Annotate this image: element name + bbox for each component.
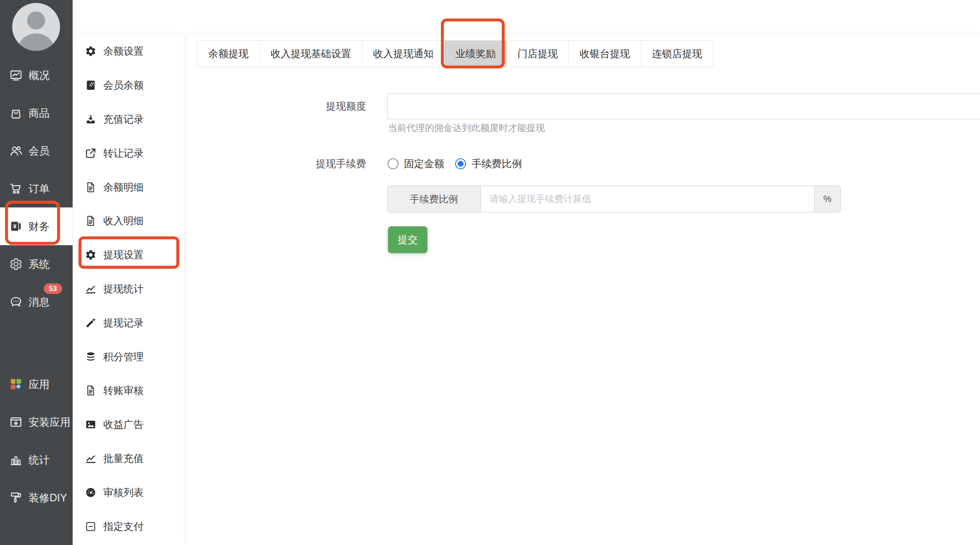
file-icon — [85, 215, 97, 227]
app: { "colors": { "sidebar_bg": "#45484a", "… — [0, 0, 980, 545]
sidebar-item-label: 安装应用 — [29, 415, 71, 429]
submenu-item-recharge-records[interactable]: 充值记录 — [74, 102, 186, 136]
radio-unchecked-icon[interactable] — [388, 158, 398, 169]
submenu-item-income-ads[interactable]: 收益广告 — [74, 408, 186, 442]
submenu-item-label: 转账审核 — [103, 384, 144, 397]
submenu-item-transfer-records[interactable]: 转让记录 — [74, 136, 186, 170]
coins-icon — [85, 351, 97, 363]
gauge-icon — [85, 487, 97, 498]
sidebar-item-decorate-diy[interactable]: 装修DIY — [0, 479, 73, 516]
stats-icon — [9, 453, 23, 466]
sidebar-item-stats[interactable]: 统计 — [0, 441, 73, 479]
external-icon — [85, 147, 97, 159]
sidebar-item-label: 商品 — [29, 106, 50, 120]
submenu-item-withdraw-settings[interactable]: 提现设置 — [74, 238, 186, 272]
fee-type-radio-group: 固定金额手续费比例 — [388, 155, 533, 172]
submenu-item-label: 批量充值 — [103, 452, 144, 465]
sidebar-item-label: 统计 — [29, 453, 50, 467]
submenu-item-label: 转让记录 — [103, 147, 144, 160]
tab-performance-bonus[interactable]: 业绩奖励 — [444, 41, 506, 67]
submenu-item-designated-payment[interactable]: 指定支付 — [74, 509, 186, 543]
tab-income-withdraw-notice[interactable]: 收入提现通知 — [362, 41, 444, 67]
sidebar-item-messages[interactable]: 消息53 — [0, 283, 73, 321]
sidebar-item-finance[interactable]: ¥财务 — [0, 207, 73, 245]
person-silhouette-icon — [12, 3, 60, 51]
apps-icon — [9, 377, 23, 391]
dark-sidebar: 概况商品会员订单¥财务系统消息53应用安装应用统计装修DIY — [0, 0, 73, 545]
content-panel: 余额提现收入提现基础设置收入提现通知业绩奖励门店提现收银台提现连锁店提现 提现额… — [186, 34, 980, 545]
sidebar-item-goods[interactable]: 商品 — [0, 94, 73, 132]
submenu-item-member-balance[interactable]: 会员余额 — [74, 68, 186, 102]
goods-icon — [9, 106, 23, 120]
members-icon — [9, 144, 23, 157]
submenu-item-label: 审核列表 — [103, 486, 144, 499]
tab-income-withdraw-basic[interactable]: 收入提现基础设置 — [259, 41, 362, 67]
sidebar-item-apps[interactable]: 应用 — [0, 365, 73, 403]
sidebar-item-system[interactable]: 系统 — [0, 245, 73, 283]
tab-balance-withdraw[interactable]: 余额提现 — [197, 41, 259, 67]
sidebar-item-label: 应用 — [29, 377, 50, 391]
sidebar-item-install-app[interactable]: 安装应用 — [0, 403, 73, 441]
sidebar-item-label: 订单 — [29, 182, 50, 196]
sidebar-item-orders[interactable]: 订单 — [0, 170, 73, 207]
file-icon — [85, 181, 97, 193]
tab-cashier-withdraw[interactable]: 收银台提现 — [569, 41, 641, 67]
system-icon — [9, 257, 23, 271]
gear-icon — [85, 45, 97, 57]
fee-rate-input[interactable] — [481, 186, 814, 212]
download-icon — [85, 113, 97, 125]
submenu-item-label: 收益广告 — [103, 418, 144, 431]
sidebar-item-members[interactable]: 会员 — [0, 132, 73, 170]
sidebar-item-label: 消息 — [29, 295, 50, 309]
radio-checked-icon[interactable] — [455, 158, 466, 169]
sidebar-item-label: 装修DIY — [29, 491, 67, 505]
svg-text:¥: ¥ — [13, 223, 16, 230]
fee-type-option-fee-percent[interactable]: 手续费比例 — [455, 157, 522, 170]
pencil-icon — [85, 317, 97, 329]
submenu-item-balance-details[interactable]: 余额明细 — [74, 170, 186, 204]
fee-rate-addon-label: 手续费比例 — [388, 186, 481, 212]
image-icon — [85, 419, 97, 430]
submenu-item-label: 余额明细 — [103, 181, 144, 194]
sidebar-item-label: 会员 — [29, 144, 50, 158]
install-icon — [9, 415, 23, 429]
submenu-item-audit-list[interactable]: 审核列表 — [74, 475, 186, 509]
submenu-item-withdraw-stats[interactable]: 提现统计 — [74, 272, 186, 306]
submenu-panel: 余额设置会员余额充值记录转让记录余额明细收入明细提现设置提现统计提现记录积分管理… — [74, 34, 186, 545]
sidebar-item-label: 系统 — [29, 257, 50, 271]
submenu-item-label: 提现统计 — [103, 282, 144, 296]
tab-chain-store-withdraw[interactable]: 连锁店提现 — [641, 41, 713, 67]
tab-store-withdraw[interactable]: 门店提现 — [506, 41, 569, 67]
tab-bar: 余额提现收入提现基础设置收入提现通知业绩奖励门店提现收银台提现连锁店提现 — [197, 40, 713, 67]
sidebar-item-overview[interactable]: 概况 — [0, 56, 73, 94]
dark-sidebar-nav: 概况商品会员订单¥财务系统消息53应用安装应用统计装修DIY — [0, 0, 73, 516]
percent-unit-label: % — [814, 186, 840, 212]
overview-icon — [9, 68, 23, 82]
messages-icon — [9, 295, 23, 309]
submenu-item-batch-recharge[interactable]: 批量充值 — [74, 442, 186, 476]
withdraw-quota-helper-text: 当前代理的佣金达到此额度时才能提现 — [388, 122, 545, 134]
user-avatar[interactable] — [12, 3, 60, 51]
withdraw-quota-input[interactable] — [387, 93, 980, 119]
diy-icon — [9, 491, 23, 504]
submenu-item-points-management[interactable]: 积分管理 — [74, 340, 186, 374]
chart-icon — [85, 283, 97, 295]
submenu-item-label: 余额设置 — [103, 45, 144, 58]
gear-icon — [85, 249, 97, 261]
book-icon — [85, 79, 97, 91]
file-icon — [85, 385, 97, 396]
withdraw-fee-label: 提现手续费 — [186, 155, 366, 172]
submenu-item-label: 会员余额 — [103, 79, 144, 92]
sidebar-gap — [0, 321, 73, 365]
submenu-item-withdraw-records[interactable]: 提现记录 — [74, 306, 186, 340]
submit-button[interactable]: 提交 — [388, 226, 427, 253]
submenu-item-income-details[interactable]: 收入明细 — [74, 204, 186, 238]
fee-rate-input-group: 手续费比例 % — [387, 186, 841, 212]
sidebar-item-label: 概况 — [29, 68, 50, 82]
submenu-item-label: 充值记录 — [103, 113, 144, 126]
submenu-item-balance-settings[interactable]: 余额设置 — [74, 34, 186, 68]
fee-type-option-fixed-amount[interactable]: 固定金额 — [388, 157, 444, 170]
fee-type-option-label: 固定金额 — [404, 157, 444, 170]
withdraw-quota-label: 提现额度 — [186, 93, 366, 119]
submenu-item-transfer-audit[interactable]: 转账审核 — [74, 374, 186, 408]
